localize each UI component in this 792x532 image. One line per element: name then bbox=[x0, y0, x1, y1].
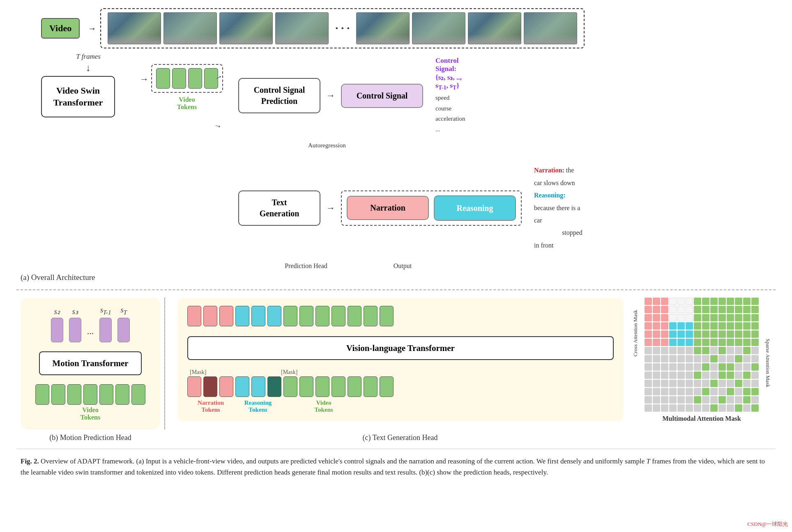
prediction-heads: Control SignalPrediction → Control Signa… bbox=[238, 53, 464, 270]
att-cell-10-4 bbox=[677, 380, 685, 387]
video-frames-container: · · · bbox=[100, 8, 585, 48]
att-cell-4-4 bbox=[677, 330, 685, 338]
att-cell-0-7 bbox=[702, 298, 709, 305]
video-tokens-label-c: VideoTokens bbox=[283, 399, 365, 413]
att-cell-6-9 bbox=[718, 347, 726, 354]
att-cell-0-9 bbox=[718, 298, 726, 305]
bt3 bbox=[67, 384, 81, 405]
att-cell-13-8 bbox=[710, 404, 718, 412]
att-cell-4-12 bbox=[743, 330, 751, 338]
att-cell-3-3 bbox=[669, 322, 677, 330]
att-cell-8-9 bbox=[718, 363, 726, 371]
tg-bottom-tokens bbox=[187, 376, 394, 397]
att-cell-9-4 bbox=[677, 371, 685, 379]
motion-transformer-box: Motion Transformer bbox=[39, 351, 141, 375]
att-cell-13-12 bbox=[743, 404, 751, 412]
video-frame-4 bbox=[275, 12, 329, 44]
att-cell-7-1 bbox=[653, 355, 660, 362]
att-cell-5-4 bbox=[677, 339, 685, 346]
att-cell-6-0 bbox=[645, 347, 652, 354]
att-cell-12-10 bbox=[727, 396, 734, 404]
control-signal-output-box: Control Signal bbox=[341, 84, 423, 108]
tgb2 bbox=[219, 376, 233, 397]
att-cell-11-12 bbox=[743, 388, 751, 395]
att-cell-13-5 bbox=[686, 404, 693, 412]
tgt5 bbox=[251, 306, 265, 326]
bt6 bbox=[115, 384, 129, 405]
att-cell-7-8 bbox=[710, 355, 718, 362]
tgb3 bbox=[235, 376, 249, 397]
token-2 bbox=[172, 68, 186, 89]
att-cell-13-7 bbox=[702, 404, 709, 412]
att-cell-3-2 bbox=[661, 322, 668, 330]
tgt13 bbox=[380, 306, 394, 326]
text-generation-box: TextGeneration bbox=[238, 190, 320, 226]
att-cell-12-11 bbox=[735, 396, 742, 404]
att-cell-0-6 bbox=[694, 298, 701, 305]
att-cell-1-9 bbox=[718, 306, 726, 313]
narration-tokens-label: NarrationTokens bbox=[188, 399, 233, 413]
tgt9 bbox=[315, 306, 329, 326]
video-frame-1 bbox=[108, 12, 161, 44]
video-section: Video → · · · bbox=[16, 8, 776, 48]
reasoning-box: Reasoning bbox=[434, 195, 516, 221]
st-token bbox=[117, 318, 130, 342]
bottom-section-labels: (b) Motion Prediction Head (c) Text Gene… bbox=[16, 433, 776, 442]
att-cell-7-0 bbox=[645, 355, 652, 362]
bt4 bbox=[83, 384, 97, 405]
att-cell-2-7 bbox=[702, 314, 709, 321]
tgb9 bbox=[348, 376, 361, 397]
att-cell-12-6 bbox=[694, 396, 701, 404]
att-cell-3-13 bbox=[751, 322, 759, 330]
narration-label: Narration: bbox=[534, 167, 564, 174]
att-cell-5-2 bbox=[661, 339, 668, 346]
att-cell-11-5 bbox=[686, 388, 693, 395]
st1-token bbox=[99, 318, 112, 342]
video-swin-box: Video SwinTransformer bbox=[41, 76, 115, 117]
att-cell-11-8 bbox=[710, 388, 718, 395]
video-frame-8 bbox=[524, 12, 577, 44]
att-cell-5-9 bbox=[718, 339, 726, 346]
att-cell-11-3 bbox=[669, 388, 677, 395]
att-cell-0-1 bbox=[653, 298, 660, 305]
att-cell-11-7 bbox=[702, 388, 709, 395]
s3-item: s₃ bbox=[69, 307, 81, 342]
tgb11 bbox=[380, 376, 394, 397]
att-cell-1-8 bbox=[710, 306, 718, 313]
tg-top-tokens bbox=[187, 306, 394, 326]
att-cell-4-1 bbox=[653, 330, 660, 338]
att-cell-13-2 bbox=[661, 404, 668, 412]
tgb7 bbox=[315, 376, 329, 397]
tgb1 bbox=[187, 376, 201, 397]
att-cell-5-10 bbox=[727, 339, 734, 346]
narration-reasoning-details: Narration: the car slows down Reasoning:… bbox=[534, 164, 582, 252]
s2-token bbox=[51, 318, 63, 342]
att-cell-6-6 bbox=[694, 347, 701, 354]
att-cell-5-5 bbox=[686, 339, 693, 346]
att-cell-7-5 bbox=[686, 355, 693, 362]
att-cell-10-12 bbox=[743, 380, 751, 387]
tgt1 bbox=[187, 306, 201, 326]
att-cell-6-8 bbox=[710, 347, 718, 354]
att-cell-10-13 bbox=[751, 380, 759, 387]
att-cell-8-10 bbox=[727, 363, 734, 371]
caption-section: Fig. 2. Overview of ADAPT framework. (a)… bbox=[16, 449, 776, 481]
att-cell-8-6 bbox=[694, 363, 701, 371]
att-cell-10-0 bbox=[645, 380, 652, 387]
attention-grid bbox=[645, 298, 759, 412]
att-cell-5-7 bbox=[702, 339, 709, 346]
att-cell-10-7 bbox=[702, 380, 709, 387]
att-cell-8-0 bbox=[645, 363, 652, 371]
att-cell-2-5 bbox=[686, 314, 693, 321]
att-cell-3-5 bbox=[686, 322, 693, 330]
att-cell-5-0 bbox=[645, 339, 652, 346]
att-cell-9-2 bbox=[661, 371, 668, 379]
watermark: CSDN@一球阳光 bbox=[747, 521, 788, 528]
att-cell-2-11 bbox=[735, 314, 742, 321]
tgb5 bbox=[283, 376, 297, 397]
st1-item: sT-1 bbox=[99, 306, 112, 342]
bt5 bbox=[99, 384, 113, 405]
att-cell-1-10 bbox=[727, 306, 734, 313]
att-cell-8-5 bbox=[686, 363, 693, 371]
multimodal-attention-mask-label: Multimodal Attention Mask bbox=[662, 415, 741, 422]
